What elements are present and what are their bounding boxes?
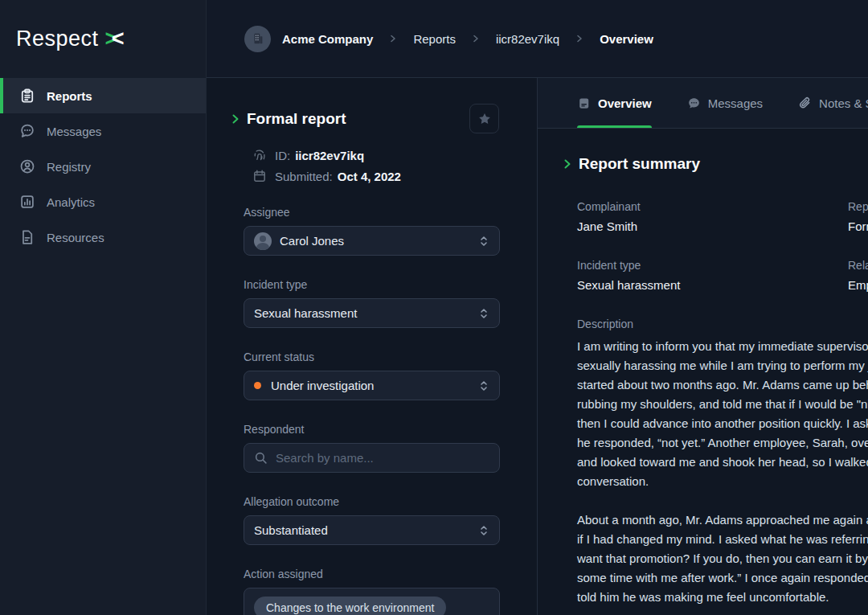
allegation-outcome-value: Substantiated — [254, 523, 478, 537]
incident-type-label: Incident type — [577, 259, 848, 272]
incident-type-select[interactable]: Sexual harassment — [244, 298, 500, 328]
description-section: Description I am writing to inform you t… — [577, 318, 868, 607]
breadcrumb-reports[interactable]: Reports — [413, 32, 456, 46]
chevron-up-down-icon — [478, 307, 489, 320]
sidebar-item-messages[interactable]: Messages — [0, 113, 206, 149]
summary-fields: Complainant Jane Smith Report type Forma… — [577, 200, 868, 292]
respondent-label: Respondent — [244, 423, 499, 436]
action-assigned-label: Action assigned — [244, 568, 499, 580]
assignee-label: Assignee — [244, 206, 499, 219]
report-title: Formal report — [247, 110, 469, 128]
tab-label: Messages — [708, 96, 763, 110]
current-status-value: Under investigation — [271, 379, 478, 392]
report-id-label: ID: — [275, 149, 290, 162]
action-assigned-field: Action assigned Changes to the work envi… — [244, 568, 499, 615]
report-content-panel: Overview Messages Notes & Statements — [538, 78, 868, 615]
report-type-value: Formal — [848, 219, 868, 233]
tab-notes-statements[interactable]: Notes & Statements — [798, 78, 868, 128]
action-assigned-select[interactable]: Changes to the work environment Monitori… — [244, 588, 500, 615]
favorite-button[interactable] — [469, 104, 499, 133]
description-text: I am writing to inform you that my immed… — [577, 337, 868, 356]
submitted-value: Oct 4, 2022 — [338, 170, 401, 183]
sidebar-item-label: Resources — [47, 231, 104, 244]
paragraph-gap — [577, 491, 868, 510]
incident-type-label: Incident type — [244, 278, 499, 291]
breadcrumb-company[interactable]: Acme Company — [282, 32, 373, 46]
search-icon — [254, 451, 268, 465]
sidebar-item-label: Registry — [47, 160, 91, 174]
report-type-label: Report type — [848, 200, 868, 213]
complainant-label: Complainant — [577, 200, 848, 213]
current-status-select[interactable]: Under investigation — [244, 371, 500, 400]
chat-bubble-icon — [19, 123, 35, 139]
incident-type-summary-field: Incident type Sexual harassment — [577, 259, 848, 292]
chevron-right-icon — [575, 35, 583, 43]
incident-type-field: Incident type Sexual harassment — [244, 278, 499, 328]
breadcrumb-report-id[interactable]: iicr82ev7ikq — [496, 32, 559, 46]
sidebar-nav: Reports Messages Registry — [0, 78, 206, 255]
sidebar-item-label: Analytics — [47, 195, 95, 209]
chevron-right-icon[interactable] — [231, 113, 240, 125]
bar-chart-icon — [19, 194, 35, 210]
clipboard-icon — [19, 88, 35, 104]
chevron-up-down-icon — [478, 379, 489, 392]
chevron-right-icon[interactable] — [563, 158, 572, 170]
incident-type-value: Sexual harassment — [254, 306, 478, 320]
report-submitted-row: Submitted: Oct 4, 2022 — [252, 169, 499, 183]
tab-label: Notes & Statements — [819, 96, 868, 110]
allegation-outcome-select[interactable]: Substantiated — [244, 515, 500, 545]
complainant-field: Complainant Jane Smith — [577, 200, 848, 233]
relationship-label: Relationship — [848, 259, 868, 272]
sidebar-item-analytics[interactable]: Analytics — [0, 184, 206, 219]
report-id-row: ID: iicr82ev7ikq — [252, 148, 499, 162]
report-id-value: iicr82ev7ikq — [295, 149, 364, 162]
chevron-right-icon — [472, 35, 480, 43]
assignee-select[interactable]: Carol Jones — [244, 226, 500, 256]
report-detail-panel: Formal report ID: iicr82ev7ikq — [207, 78, 538, 615]
respondent-search-input[interactable] — [276, 451, 489, 465]
document-icon — [19, 229, 35, 245]
chevron-up-down-icon — [478, 235, 489, 248]
sidebar-item-reports[interactable]: Reports — [0, 78, 206, 113]
chevron-up-down-icon — [478, 524, 489, 537]
user-circle-icon — [19, 158, 35, 174]
paperclip-icon — [798, 96, 812, 110]
building-icon — [251, 31, 265, 46]
sidebar: Respect > < Reports Messages — [0, 0, 207, 615]
tab-label: Overview — [598, 96, 652, 110]
assignee-value: Carol Jones — [280, 234, 478, 248]
chevron-right-icon — [389, 35, 397, 43]
respondent-search[interactable] — [244, 443, 500, 473]
sidebar-item-registry[interactable]: Registry — [0, 149, 206, 184]
tab-overview[interactable]: Overview — [577, 78, 652, 128]
sidebar-item-resources[interactable]: Resources — [0, 219, 206, 255]
status-dot-icon — [254, 382, 261, 389]
complainant-value: Jane Smith — [577, 219, 848, 233]
relationship-field: Relationship Employee — [848, 259, 868, 292]
relationship-value: Employee — [848, 278, 868, 292]
app-logo-text: Respect — [16, 27, 99, 51]
incident-type-value: Sexual harassment — [577, 278, 848, 292]
description-label: Description — [577, 318, 868, 330]
summary-heading: Report summary — [579, 155, 700, 173]
tab-messages[interactable]: Messages — [687, 78, 763, 128]
sidebar-item-label: Messages — [47, 125, 101, 138]
report-summary-section: Report summary Complainant Jane Smith Re… — [538, 129, 868, 607]
allegation-outcome-label: Allegation outcome — [244, 495, 499, 508]
allegation-outcome-field: Allegation outcome Substantiated — [244, 495, 499, 545]
report-type-field: Report type Formal — [848, 200, 868, 233]
document-icon — [577, 96, 591, 110]
action-tag[interactable]: Changes to the work environment — [254, 597, 446, 615]
app-logo: Respect > < — [0, 0, 206, 78]
submitted-label: Submitted: — [275, 170, 333, 183]
current-status-field: Current status Under investigation — [244, 351, 499, 400]
fingerprint-icon — [252, 148, 267, 162]
sidebar-item-label: Reports — [47, 89, 92, 103]
chat-bubble-icon — [687, 96, 701, 110]
current-status-label: Current status — [244, 351, 499, 363]
calendar-icon — [252, 169, 267, 183]
topbar: Acme Company Reports iicr82ev7ikq Overvi… — [207, 0, 868, 78]
assignee-avatar — [254, 232, 272, 250]
star-icon — [477, 112, 492, 126]
report-meta: ID: iicr82ev7ikq Submitted: Oct 4, 2022 — [252, 148, 499, 183]
